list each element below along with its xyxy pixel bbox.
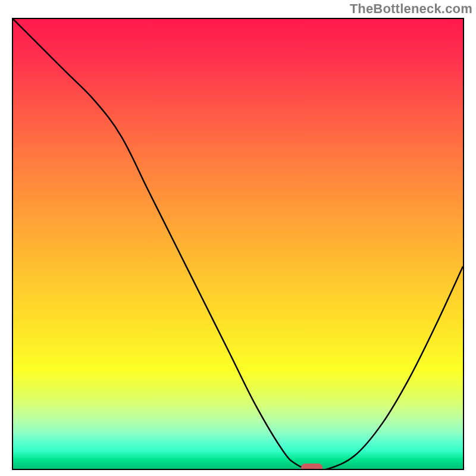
plot-area xyxy=(12,18,464,470)
chart-stage: TheBottleneck.com xyxy=(0,0,476,476)
watermark-label: TheBottleneck.com xyxy=(350,1,472,17)
bottleneck-curve xyxy=(13,19,463,469)
optimal-point-marker xyxy=(301,464,322,470)
